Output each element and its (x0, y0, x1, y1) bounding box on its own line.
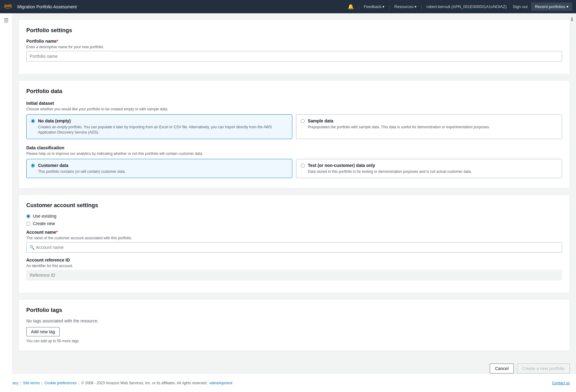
account-name-search-wrapper: 🔍 (26, 242, 562, 253)
user-info: robert.kernutt (APN_001E000001A1vNOIAZ) (424, 4, 509, 9)
customer-data-label: Customer data (38, 163, 126, 168)
portfolio-data-section: Portfolio data Initial dataset Choose wh… (19, 80, 570, 188)
account-ref-input (26, 270, 562, 280)
portfolio-tags-section: Portfolio tags No tags associated with t… (19, 299, 570, 351)
customer-data-radio[interactable] (31, 164, 35, 168)
cancel-button[interactable]: Cancel (490, 364, 514, 373)
account-name-desc: The name of the customer account associa… (26, 236, 562, 240)
no-data-desc: Creates an empty portfolio. You can popu… (38, 125, 288, 135)
use-existing-option[interactable]: Use existing (26, 214, 562, 219)
recent-portfolios-button[interactable]: Recent portfolios ▾ (531, 2, 572, 11)
portfolio-settings-section: Portfolio settings Portfolio name* Enter… (19, 19, 570, 74)
no-data-option[interactable]: No data (empty) Creates an empty portfol… (26, 114, 292, 139)
search-icon: 🔍 (29, 245, 35, 250)
initial-dataset-subsection: Initial dataset Choose whether you would… (26, 101, 562, 139)
data-classification-options: Customer data This portfolio contains (o… (26, 159, 562, 178)
test-data-label: Test (or non-customer) data only (308, 163, 472, 168)
tags-limit-message: You can add up to 50 more tags (26, 339, 562, 343)
customer-account-title: Customer account settings (26, 202, 562, 209)
tags-empty-message: No tags associated with the resource. (26, 318, 562, 323)
sample-data-desc: Prepopulates the portfolio with sample d… (308, 125, 490, 130)
copyright-text: © 2008 - 2023 Amazon Web Services, Inc. … (81, 381, 208, 385)
sidebar: ☰ (0, 13, 12, 392)
use-existing-radio[interactable] (26, 214, 30, 218)
sample-data-option[interactable]: Sample data Prepopulates the portfolio w… (296, 114, 562, 139)
test-data-option[interactable]: Test (or non-customer) data only Data st… (296, 159, 562, 178)
create-new-option[interactable]: Create new (26, 221, 562, 226)
add-new-tag-button[interactable]: Add new tag (26, 327, 60, 336)
sample-data-radio[interactable] (301, 119, 305, 123)
data-classification-label: Data classification (26, 145, 562, 150)
sign-out-button[interactable]: Sign out (510, 3, 530, 10)
portfolio-name-label: Portfolio name* (26, 39, 562, 44)
account-ref-desc: An identifier for this account. (26, 264, 562, 268)
resources-dropdown-icon: ▾ (415, 4, 417, 9)
top-navigation: Migration Portfolio Assessment 🔔 | Feedb… (0, 0, 576, 13)
notification-bell-icon[interactable]: 🔔 (345, 2, 356, 11)
nav-right: 🔔 | Feedback ▾ | Resources ▾ | robert.ke… (345, 2, 572, 11)
recent-portfolios-dropdown-icon: ▾ (566, 4, 569, 9)
main-content: Portfolio settings Portfolio name* Enter… (12, 13, 576, 382)
portfolio-name-field: Portfolio name* Enter a descriptive name… (26, 39, 562, 62)
cookie-prefs-link[interactable]: Cookie preferences (45, 381, 77, 385)
bottom-bar: Privacy | Site terms | Cookie preference… (0, 373, 576, 392)
portfolio-tags-title: Portfolio tags (26, 307, 562, 313)
contact-us-link[interactable]: Contact us (552, 381, 570, 385)
create-new-label: Create new (33, 221, 55, 226)
account-type-options: Use existing Create new (26, 214, 562, 226)
test-data-desc: Data stored in this portfolio is for tes… (308, 169, 472, 174)
feedback-button[interactable]: Feedback ▾ (361, 3, 387, 10)
portfolio-settings-title: Portfolio settings (26, 27, 562, 34)
initial-dataset-label: Initial dataset (26, 101, 562, 106)
site-terms-link[interactable]: Site terms (23, 381, 40, 385)
account-name-field: Account name* The name of the customer a… (26, 230, 562, 253)
account-ref-label: Account reference ID (26, 258, 562, 262)
data-classification-desc: Please help us to improve our analytics … (26, 151, 562, 156)
portfolio-name-input[interactable] (26, 51, 562, 62)
portfolio-data-title: Portfolio data (26, 88, 562, 95)
account-name-label: Account name* (26, 230, 562, 235)
initial-dataset-desc: Choose whether you would like your portf… (26, 107, 562, 111)
customer-data-option[interactable]: Customer data This portfolio contains (o… (26, 159, 292, 178)
hamburger-menu-icon[interactable]: ☰ (4, 17, 9, 24)
portfolio-name-desc: Enter a descriptive name for your new po… (26, 45, 562, 49)
no-data-label: No data (empty) (38, 118, 288, 123)
resources-button[interactable]: Resources ▾ (392, 3, 419, 10)
create-portfolio-button[interactable]: Create a new portfolio (517, 364, 570, 373)
test-data-radio[interactable] (301, 164, 305, 168)
aws-logo (4, 4, 14, 10)
customer-data-desc: This portfolio contains (or will contain… (38, 169, 126, 174)
feedback-dropdown-icon: ▾ (382, 4, 385, 9)
no-data-radio[interactable] (31, 119, 35, 123)
create-new-radio[interactable] (26, 222, 30, 226)
page-footer-actions: Cancel Create a new portfolio (490, 364, 570, 373)
info-icon[interactable]: ℹ (571, 16, 573, 22)
data-classification-subsection: Data classification Please help us to im… (26, 145, 562, 178)
use-existing-label: Use existing (33, 214, 56, 219)
sample-data-label: Sample data (308, 118, 490, 123)
footer-links: Privacy | Site terms | Cookie preference… (6, 381, 232, 385)
app-title: Migration Portfolio Assessment (17, 4, 345, 9)
account-name-input[interactable] (26, 242, 562, 253)
version-link[interactable]: vdevelopment (209, 381, 233, 385)
initial-dataset-options: No data (empty) Creates an empty portfol… (26, 114, 562, 139)
account-ref-field: Account reference ID An identifier for t… (26, 258, 562, 280)
customer-account-section: Customer account settings Use existing C… (19, 194, 570, 293)
